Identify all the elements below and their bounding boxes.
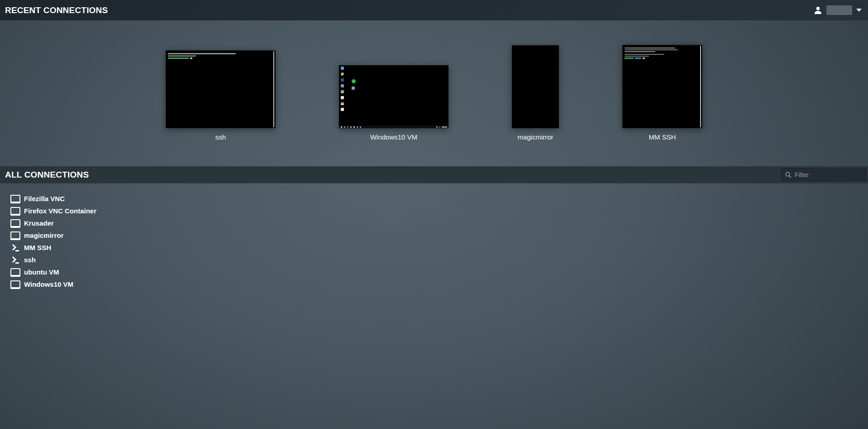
recent-connection-magicmirror[interactable]: magicmirror: [512, 45, 559, 141]
ssh-terminal-thumbnail: [622, 45, 702, 128]
monitor-icon: [10, 218, 20, 228]
connection-name: ssh: [24, 256, 36, 264]
all-connections-title: ALL CONNECTIONS: [5, 170, 89, 180]
terminal-text-lines: [168, 52, 271, 59]
monitor-icon: [10, 193, 20, 204]
terminal-scrollbar: [273, 51, 274, 127]
connection-list-item[interactable]: ssh: [0, 254, 868, 266]
connection-name: MM SSH: [24, 244, 51, 251]
taskbar-tray: [434, 126, 448, 128]
thumbnail-label: Windows10 VM: [370, 133, 417, 141]
thumbnail-label: magicmirror: [517, 133, 553, 141]
monitor-icon: [10, 230, 20, 241]
connection-name: Firefox VNC Container: [24, 207, 96, 215]
windows-desktop-thumbnail: [339, 65, 448, 128]
chevron-down-icon: [856, 9, 862, 12]
terminal-scrollbar: [700, 46, 701, 127]
terminal-icon: [10, 242, 20, 253]
connection-list-item[interactable]: ubuntu VM: [0, 266, 868, 278]
all-connections-list: Filezilla VNC Firefox VNC Container Krus…: [0, 183, 868, 290]
recent-connection-mm-ssh[interactable]: MM SSH: [622, 45, 702, 141]
recent-connections-title: RECENT CONNECTIONS: [5, 5, 108, 15]
monitor-icon: [10, 267, 20, 277]
monitor-icon: [10, 279, 20, 289]
connection-name: ubuntu VM: [24, 268, 59, 276]
recent-connection-ssh[interactable]: ssh: [166, 50, 276, 141]
terminal-text-lines: [625, 47, 697, 59]
recent-connection-windows10-vm[interactable]: Windows10 VM: [339, 65, 448, 141]
connection-list-item[interactable]: Windows10 VM: [0, 278, 868, 290]
connection-name: Filezilla VNC: [24, 195, 65, 202]
all-connections-bar: ALL CONNECTIONS: [0, 166, 868, 183]
connection-list-item[interactable]: Firefox VNC Container: [0, 205, 868, 217]
thumbnail-label: ssh: [215, 133, 226, 141]
desktop-icon-green: [352, 79, 356, 83]
thumbnail-row: ssh: [0, 20, 868, 141]
connection-list-item[interactable]: Filezilla VNC: [0, 193, 868, 205]
monitor-icon: [10, 206, 20, 216]
thumbnail-label: MM SSH: [649, 133, 676, 141]
connection-name: magicmirror: [24, 231, 64, 239]
user-menu-button[interactable]: [814, 5, 862, 15]
app-header: RECENT CONNECTIONS: [0, 0, 868, 20]
username-redacted: [826, 5, 852, 15]
blank-screen-thumbnail: [512, 45, 559, 128]
terminal-icon: [10, 255, 20, 265]
windows-taskbar: [339, 125, 448, 128]
recent-connections-section: ssh: [0, 20, 868, 166]
desktop-icon-extra: [352, 87, 355, 90]
search-icon: [785, 172, 792, 178]
connection-name: Krusader: [24, 219, 54, 227]
user-icon: [814, 6, 822, 14]
desktop-icons: [341, 67, 344, 114]
ssh-terminal-thumbnail: [166, 50, 276, 128]
connection-name: Windows10 VM: [24, 280, 73, 288]
filter-box[interactable]: [781, 168, 866, 181]
connection-list-item[interactable]: Krusader: [0, 217, 868, 229]
connection-list-item[interactable]: magicmirror: [0, 229, 868, 241]
connection-list-item[interactable]: MM SSH: [0, 241, 868, 254]
filter-input[interactable]: [795, 171, 862, 178]
